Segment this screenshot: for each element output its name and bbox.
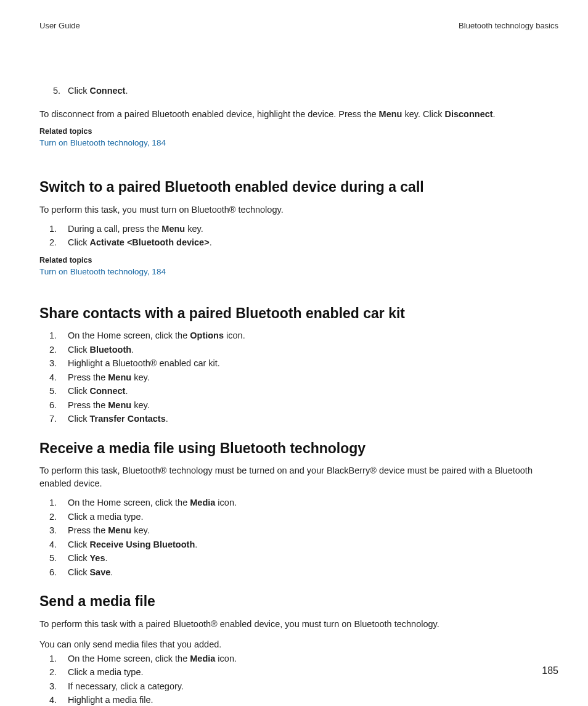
send-steps: 1.On the Home screen, click the Media ic…	[39, 652, 558, 706]
share-steps: 1.On the Home screen, click the Options …	[39, 329, 558, 425]
list-item: 2.Click a media type.	[49, 666, 558, 679]
intro-step-5: 5. Click Connect.	[39, 86, 558, 96]
list-item: 1.On the Home screen, click the Options …	[49, 329, 558, 342]
list-item: 1.On the Home screen, click the Media ic…	[49, 496, 558, 509]
disconnect-instruction: To disconnect from a paired Bluetooth en…	[39, 108, 558, 121]
section-send-para2: You can only send media files that you a…	[39, 638, 558, 651]
section-title-send: Send a media file	[39, 593, 558, 610]
header-right: Bluetooth technology basics	[459, 21, 558, 30]
list-item: 3.Press the Menu key.	[49, 524, 558, 537]
list-item: 3.If necessary, click a category.	[49, 680, 558, 693]
list-item: 6.Click Save.	[49, 566, 558, 579]
list-item: 5.Click Connect.	[49, 385, 558, 398]
list-item: 3.Highlight a Bluetooth® enabled car kit…	[49, 357, 558, 370]
list-item: 2.Click Bluetooth.	[49, 343, 558, 356]
section-title-switch: Switch to a paired Bluetooth enabled dev…	[39, 178, 558, 196]
section-title-share: Share contacts with a paired Bluetooth e…	[39, 305, 558, 322]
related-link-bluetooth[interactable]: Turn on Bluetooth technology, 184	[39, 267, 166, 276]
switch-steps: 1.During a call, press the Menu key. 2.C…	[39, 223, 558, 250]
list-item: 4.Highlight a media file.	[49, 694, 558, 706]
section-switch-para: To perform this task, you must turn on B…	[39, 203, 558, 216]
page-number: 185	[542, 665, 558, 676]
related-link-bluetooth[interactable]: Turn on Bluetooth technology, 184	[39, 138, 166, 147]
section-receive-para: To perform this task, Bluetooth® technol…	[39, 464, 558, 490]
list-item: 6.Press the Menu key.	[49, 399, 558, 412]
list-item: 7.Click Transfer Contacts.	[49, 413, 558, 425]
list-item: 2.Click Activate <Bluetooth device>.	[49, 236, 558, 249]
list-item: 1.During a call, press the Menu key.	[49, 223, 558, 236]
section-send-para1: To perform this task with a paired Bluet…	[39, 618, 558, 631]
page-header: User Guide Bluetooth technology basics	[39, 21, 558, 30]
step-number: 5.	[49, 86, 68, 96]
step-text: Click Connect.	[68, 86, 128, 96]
list-item: 4.Press the Menu key.	[49, 371, 558, 384]
receive-steps: 1.On the Home screen, click the Media ic…	[39, 496, 558, 579]
header-left: User Guide	[39, 21, 80, 30]
list-item: 4.Click Receive Using Bluetooth.	[49, 538, 558, 551]
list-item: 1.On the Home screen, click the Media ic…	[49, 652, 558, 665]
list-item: 5.Click Yes.	[49, 552, 558, 565]
related-topics-heading: Related topics	[39, 127, 558, 136]
section-title-receive: Receive a media file using Bluetooth tec…	[39, 440, 558, 458]
list-item: 2.Click a media type.	[49, 511, 558, 523]
related-topics-heading: Related topics	[39, 256, 558, 265]
